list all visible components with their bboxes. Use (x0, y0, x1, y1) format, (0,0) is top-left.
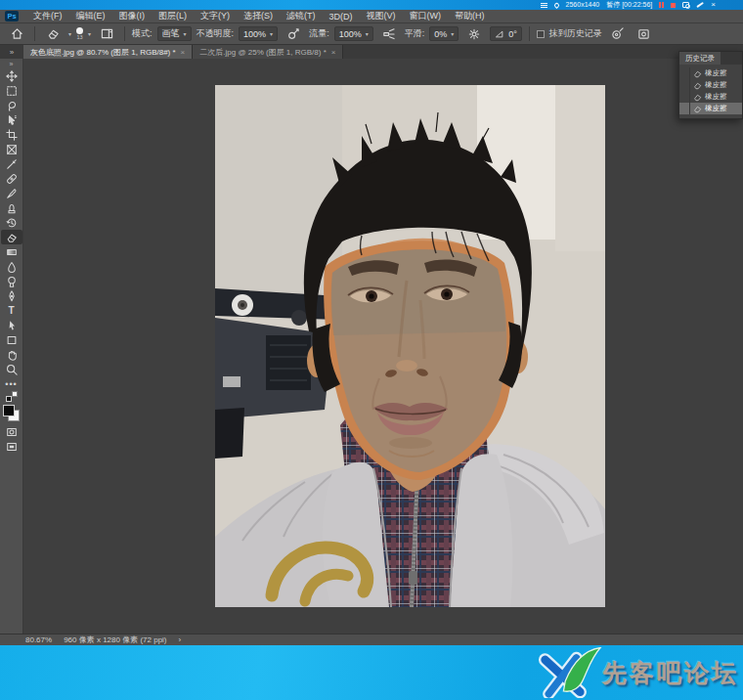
tool-eraser[interactable] (1, 230, 22, 244)
stop-icon[interactable] (671, 3, 676, 8)
tool-options-bar: ▾ 13 ▾ 模式: 画笔 ▾ 不透明度: 100% ▾ 流量: 100% ▾ (0, 23, 743, 45)
menu-item-help[interactable]: 帮助(H) (448, 10, 492, 22)
toolbar-collapse-icon[interactable]: » (0, 45, 23, 59)
tool-rectangle[interactable] (1, 332, 22, 347)
foreground-background-swatches[interactable] (3, 405, 20, 421)
erase-to-history-checkbox[interactable] (537, 30, 545, 38)
menu-item-3d[interactable]: 3D(D) (323, 12, 360, 22)
tool-dodge[interactable] (1, 274, 22, 288)
gear-icon[interactable] (463, 26, 485, 41)
pause-icon[interactable] (659, 2, 664, 8)
tool-eyedropper[interactable] (1, 156, 22, 171)
tool-spot-healing-brush[interactable] (1, 171, 22, 186)
status-chevron-icon[interactable]: › (179, 635, 182, 644)
menu-item-file[interactable]: 文件(F) (26, 10, 69, 22)
menu-item-layer[interactable]: 图层(L) (152, 10, 194, 22)
tool-history-brush[interactable] (1, 215, 22, 230)
tool-pen[interactable] (1, 288, 22, 303)
recorder-menu-icon[interactable] (541, 3, 547, 8)
tool-move[interactable] (1, 68, 22, 83)
document-tab-label: 二次后.jpg @ 25% (图层 1, RGB/8) * (199, 47, 327, 58)
tool-rectangular-marquee[interactable] (1, 83, 22, 98)
home-icon[interactable] (6, 26, 27, 41)
history-step-label: 橡皮擦 (705, 104, 727, 113)
history-source-well[interactable] (681, 67, 690, 79)
angle-field[interactable]: 0° (490, 26, 522, 41)
watermark-text: 先客吧论坛 (602, 657, 739, 689)
pressure-opacity-icon[interactable] (283, 26, 304, 41)
brush-settings-panel-icon[interactable] (96, 26, 117, 41)
history-list: 橡皮擦 橡皮擦 橡皮擦 橡皮擦 (679, 65, 742, 118)
tool-zoom[interactable] (1, 362, 22, 376)
history-source-well[interactable] (681, 91, 690, 103)
menu-item-type[interactable]: 文字(Y) (194, 10, 237, 22)
foreground-color-swatch[interactable] (3, 405, 15, 416)
tablet-pressure-icon[interactable] (634, 26, 655, 41)
smoothing-select[interactable]: 0% ▾ (429, 26, 459, 41)
airbrush-icon[interactable] (378, 26, 400, 41)
zoom-level-field[interactable]: 80.67% (25, 635, 52, 644)
document-tab-active[interactable]: 灰色底照.jpg @ 80.7% (图层 1, RGB/8#) * × (23, 45, 193, 59)
tool-blur[interactable] (1, 259, 22, 274)
tools-panel-expand-icon[interactable]: » (10, 60, 14, 68)
history-panel: 历史记录 橡皮擦 橡皮擦 橡皮擦 橡皮擦 (678, 51, 743, 119)
menu-item-select[interactable]: 选择(S) (237, 10, 280, 22)
menu-item-image[interactable]: 图像(I) (112, 10, 153, 22)
brush-size-picker[interactable]: 13 (76, 27, 83, 41)
pressure-size-icon[interactable] (607, 26, 629, 41)
tab-close-icon[interactable]: × (331, 48, 336, 57)
document-tab-inactive[interactable]: 二次后.jpg @ 25% (图层 1, RGB/8) * × (193, 45, 343, 59)
pin-icon[interactable] (553, 1, 560, 8)
history-panel-tab[interactable]: 历史记录 (679, 52, 721, 65)
forum-logo-icon (538, 647, 602, 698)
screen-mode-icon[interactable] (1, 439, 22, 454)
tool-frame[interactable] (1, 142, 22, 156)
tool-crop[interactable] (1, 127, 22, 142)
eraser-preset-icon[interactable] (42, 26, 64, 41)
tool-path-selection[interactable] (1, 318, 22, 332)
history-step[interactable]: 橡皮擦 (679, 91, 742, 103)
tool-type[interactable]: T (1, 303, 22, 318)
history-step-selected[interactable]: 橡皮擦 (679, 103, 742, 114)
menu-bar: Ps 文件(F) 编辑(E) 图像(I) 图层(L) 文字(Y) 选择(S) 滤… (0, 10, 743, 23)
flow-select[interactable]: 100% ▾ (334, 26, 373, 41)
eraser-icon (693, 81, 702, 90)
tool-lasso[interactable] (1, 98, 22, 112)
mode-select[interactable]: 画笔 ▾ (157, 26, 192, 41)
history-step[interactable]: 橡皮擦 (679, 67, 742, 79)
menu-item-filter[interactable]: 滤镜(T) (280, 10, 323, 22)
close-icon[interactable]: × (711, 0, 716, 10)
tool-gradient[interactable] (1, 244, 22, 259)
flow-label: 流量: (309, 27, 329, 40)
tool-brush[interactable] (1, 186, 22, 200)
document-tab-strip: » 灰色底照.jpg @ 80.7% (图层 1, RGB/8#) * × 二次… (0, 45, 743, 59)
history-source-well[interactable] (681, 79, 690, 91)
pen-icon[interactable] (697, 2, 704, 8)
camera-icon[interactable] (682, 2, 689, 8)
quick-mask-icon[interactable] (1, 424, 22, 439)
swap-colors-icon[interactable] (6, 391, 18, 402)
chevron-down-icon[interactable]: ▾ (68, 30, 71, 37)
edit-toolbar-icon[interactable]: ••• (1, 376, 22, 391)
tool-object-selection[interactable] (1, 112, 22, 127)
chevron-down-icon: ▾ (184, 30, 187, 37)
opacity-select[interactable]: 100% ▾ (239, 26, 278, 41)
tool-clone-stamp[interactable] (1, 200, 22, 215)
opacity-label: 不透明度: (197, 27, 235, 40)
eraser-icon (693, 69, 702, 78)
tools-panel: » T ••• (0, 59, 23, 634)
canvas-area[interactable] (23, 59, 743, 634)
chevron-down-icon[interactable]: ▾ (88, 30, 91, 37)
eraser-icon (693, 105, 702, 113)
erase-to-history-label: 抹到历史记录 (549, 27, 602, 40)
menu-item-view[interactable]: 视图(V) (360, 10, 403, 22)
history-step-label: 橡皮擦 (705, 92, 727, 102)
tab-close-icon[interactable]: × (181, 48, 186, 57)
tool-hand[interactable] (1, 347, 22, 362)
menu-item-window[interactable]: 窗口(W) (403, 10, 449, 22)
history-step[interactable]: 橡皮擦 (679, 79, 742, 91)
document-info: 960 像素 x 1280 像素 (72 ppi) (64, 634, 166, 645)
history-source-well[interactable] (681, 103, 690, 114)
canvas-photo[interactable] (215, 85, 605, 607)
menu-item-edit[interactable]: 编辑(E) (69, 10, 112, 22)
